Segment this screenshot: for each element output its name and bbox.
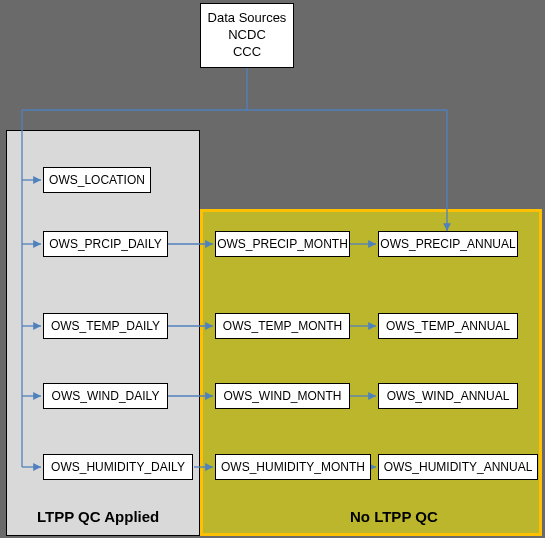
panel-label-applied: LTPP QC Applied bbox=[37, 508, 159, 525]
label-ows-location: OWS_LOCATION bbox=[49, 173, 145, 187]
label-ows-humidity-daily: OWS_HUMIDITY_DAILY bbox=[51, 460, 185, 474]
label-ows-precip-month: OWS_PRECIP_MONTH bbox=[217, 237, 348, 251]
data-sources-title: Data Sources bbox=[208, 10, 287, 27]
node-ows-humidity-annual: OWS_HUMIDITY_ANNUAL bbox=[378, 454, 538, 480]
text-no-ltpp: No LTPP QC bbox=[350, 508, 438, 525]
label-ows-wind-annual: OWS_WIND_ANNUAL bbox=[387, 389, 510, 403]
node-ows-humidity-month: OWS_HUMIDITY_MONTH bbox=[215, 454, 371, 480]
panel-no-ltpp bbox=[200, 209, 542, 536]
data-sources-ncdc: NCDC bbox=[228, 27, 266, 44]
label-ows-humidity-month: OWS_HUMIDITY_MONTH bbox=[221, 460, 365, 474]
node-ows-location: OWS_LOCATION bbox=[43, 167, 151, 193]
label-ows-prcip-daily: OWS_PRCIP_DAILY bbox=[49, 237, 161, 251]
label-ows-temp-month: OWS_TEMP_MONTH bbox=[223, 319, 342, 333]
diagram-canvas: Data Sources NCDC CCC OWS_LOCATION OWS_P… bbox=[0, 0, 545, 538]
data-sources-ccc: CCC bbox=[233, 44, 261, 61]
node-ows-temp-month: OWS_TEMP_MONTH bbox=[215, 313, 350, 339]
node-ows-precip-month: OWS_PRECIP_MONTH bbox=[215, 231, 350, 257]
node-data-sources: Data Sources NCDC CCC bbox=[200, 3, 294, 68]
node-ows-temp-daily: OWS_TEMP_DAILY bbox=[43, 313, 168, 339]
label-ows-wind-daily: OWS_WIND_DAILY bbox=[52, 389, 160, 403]
text-ltpp-applied: LTPP QC Applied bbox=[37, 508, 159, 525]
label-ows-wind-month: OWS_WIND_MONTH bbox=[224, 389, 342, 403]
node-ows-prcip-daily: OWS_PRCIP_DAILY bbox=[43, 231, 168, 257]
node-ows-wind-daily: OWS_WIND_DAILY bbox=[43, 383, 168, 409]
panel-label-noqc: No LTPP QC bbox=[350, 508, 438, 525]
label-ows-temp-annual: OWS_TEMP_ANNUAL bbox=[386, 319, 510, 333]
node-ows-wind-annual: OWS_WIND_ANNUAL bbox=[378, 383, 518, 409]
node-ows-temp-annual: OWS_TEMP_ANNUAL bbox=[378, 313, 518, 339]
node-ows-precip-annual: OWS_PRECIP_ANNUAL bbox=[378, 231, 518, 257]
label-ows-temp-daily: OWS_TEMP_DAILY bbox=[51, 319, 160, 333]
node-ows-wind-month: OWS_WIND_MONTH bbox=[215, 383, 350, 409]
label-ows-precip-annual: OWS_PRECIP_ANNUAL bbox=[380, 237, 515, 251]
label-ows-humidity-annual: OWS_HUMIDITY_ANNUAL bbox=[384, 460, 533, 474]
node-ows-humidity-daily: OWS_HUMIDITY_DAILY bbox=[43, 454, 193, 480]
